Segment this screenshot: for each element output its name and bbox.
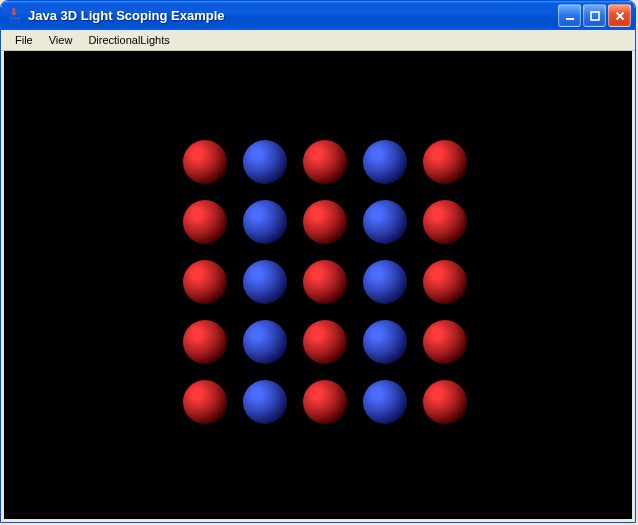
minimize-icon (564, 10, 576, 22)
red-sphere (423, 380, 467, 424)
window-title: Java 3D Light Scoping Example (28, 8, 558, 23)
blue-sphere (363, 140, 407, 184)
blue-sphere (243, 380, 287, 424)
blue-sphere (363, 320, 407, 364)
blue-sphere (363, 260, 407, 304)
close-button[interactable] (608, 4, 631, 27)
red-sphere (303, 260, 347, 304)
blue-sphere (363, 380, 407, 424)
svg-rect-1 (591, 12, 599, 20)
red-sphere (423, 260, 467, 304)
titlebar: Java 3D Light Scoping Example (1, 1, 635, 30)
maximize-button[interactable] (583, 4, 606, 27)
red-sphere (423, 200, 467, 244)
minimize-button[interactable] (558, 4, 581, 27)
red-sphere (303, 380, 347, 424)
red-sphere (183, 200, 227, 244)
red-sphere (303, 140, 347, 184)
blue-sphere (243, 260, 287, 304)
menu-directionallights[interactable]: DirectionalLights (80, 32, 177, 48)
maximize-icon (589, 10, 601, 22)
blue-sphere (363, 200, 407, 244)
menubar: File View DirectionalLights (1, 30, 635, 51)
red-sphere (183, 320, 227, 364)
red-sphere (423, 320, 467, 364)
red-sphere (183, 380, 227, 424)
close-icon (614, 10, 626, 22)
blue-sphere (243, 320, 287, 364)
render-canvas (4, 51, 632, 519)
red-sphere (183, 140, 227, 184)
window-controls (558, 4, 631, 27)
red-sphere (183, 260, 227, 304)
blue-sphere (243, 140, 287, 184)
menu-file[interactable]: File (7, 32, 41, 48)
app-window: Java 3D Light Scoping Example File View … (0, 0, 636, 523)
blue-sphere (243, 200, 287, 244)
red-sphere (423, 140, 467, 184)
red-sphere (303, 320, 347, 364)
java-app-icon (7, 8, 23, 24)
sphere-grid (4, 51, 632, 519)
svg-rect-0 (566, 18, 574, 20)
menu-view[interactable]: View (41, 32, 81, 48)
red-sphere (303, 200, 347, 244)
